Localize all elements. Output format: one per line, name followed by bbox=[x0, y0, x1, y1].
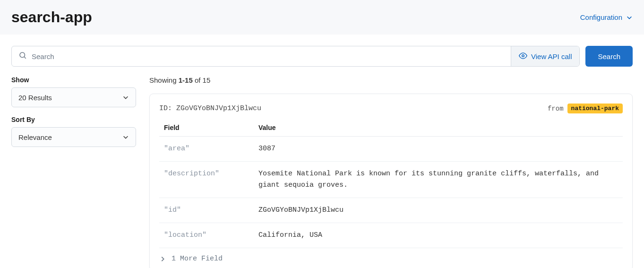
search-input[interactable] bbox=[32, 46, 504, 66]
table-row: "id" ZGoVGYoBNJVp1XjBlwcu bbox=[159, 198, 623, 223]
show-select-value: 20 Results bbox=[18, 94, 52, 102]
result-from-label: from bbox=[548, 105, 564, 112]
sort-by-select[interactable]: Relevance bbox=[11, 127, 136, 147]
svg-point-2 bbox=[522, 54, 524, 57]
app-title: search-app bbox=[11, 9, 92, 26]
view-api-call-button[interactable]: View API call bbox=[511, 46, 579, 66]
search-input-container bbox=[12, 46, 511, 66]
chevron-down-icon bbox=[122, 134, 129, 140]
result-from: from national-park bbox=[548, 104, 623, 113]
chevron-down-icon bbox=[122, 94, 129, 101]
results-summary-prefix: Showing bbox=[149, 76, 179, 84]
configuration-label: Configuration bbox=[580, 13, 622, 21]
results-summary: Showing 1-15 of 15 bbox=[149, 76, 633, 84]
table-row: "description" Yosemite National Park is … bbox=[159, 162, 623, 198]
eye-icon bbox=[519, 52, 527, 61]
search-bar-row: View API call Search bbox=[11, 46, 633, 67]
field-table: Field Value "area" 3087 "description" Yo… bbox=[159, 120, 623, 248]
more-fields-label: 1 More Field bbox=[172, 255, 223, 263]
sort-by-select-value: Relevance bbox=[18, 133, 52, 141]
table-row: "area" 3087 bbox=[159, 137, 623, 162]
field-value: Yosemite National Park is known for its … bbox=[254, 162, 623, 198]
table-header-value: Value bbox=[254, 120, 623, 137]
result-header: ID: ZGoVGYoBNJVp1XjBlwcu from national-p… bbox=[159, 104, 623, 113]
more-fields-toggle[interactable]: 1 More Field bbox=[159, 248, 623, 263]
header-bar: search-app Configuration bbox=[0, 0, 644, 35]
results-summary-range: 1-15 bbox=[179, 76, 193, 84]
result-id-value: ZGoVGYoBNJVp1XjBlwcu bbox=[176, 104, 261, 112]
sidebar: Show 20 Results Sort By Relevance bbox=[11, 76, 136, 268]
svg-line-1 bbox=[24, 57, 26, 58]
result-id: ID: ZGoVGYoBNJVp1XjBlwcu bbox=[159, 104, 261, 112]
result-id-label: ID: bbox=[159, 104, 176, 112]
search-icon bbox=[18, 51, 27, 61]
field-value: 3087 bbox=[254, 137, 623, 162]
source-badge: national-park bbox=[567, 104, 623, 113]
show-select[interactable]: 20 Results bbox=[11, 87, 136, 107]
results-summary-middle: of bbox=[193, 76, 203, 84]
search-wrapper: View API call bbox=[11, 46, 580, 67]
field-key: "description" bbox=[159, 162, 254, 198]
view-api-call-label: View API call bbox=[531, 52, 572, 61]
results-area: Showing 1-15 of 15 ID: ZGoVGYoBNJVp1XjBl… bbox=[149, 76, 633, 268]
table-row: "location" California, USA bbox=[159, 223, 623, 248]
result-card: ID: ZGoVGYoBNJVp1XjBlwcu from national-p… bbox=[149, 94, 633, 268]
field-key: "location" bbox=[159, 223, 254, 248]
field-key: "area" bbox=[159, 137, 254, 162]
configuration-dropdown[interactable]: Configuration bbox=[580, 13, 633, 21]
field-value: ZGoVGYoBNJVp1XjBlwcu bbox=[254, 198, 623, 223]
field-key: "id" bbox=[159, 198, 254, 223]
chevron-right-icon bbox=[159, 256, 166, 262]
field-value: California, USA bbox=[254, 223, 623, 248]
show-label: Show bbox=[11, 76, 136, 84]
results-summary-total: 15 bbox=[203, 76, 211, 84]
table-header-field: Field bbox=[159, 120, 254, 137]
sort-by-label: Sort By bbox=[11, 116, 136, 123]
search-button[interactable]: Search bbox=[585, 46, 633, 67]
svg-point-0 bbox=[20, 52, 25, 58]
chevron-down-icon bbox=[626, 14, 633, 21]
